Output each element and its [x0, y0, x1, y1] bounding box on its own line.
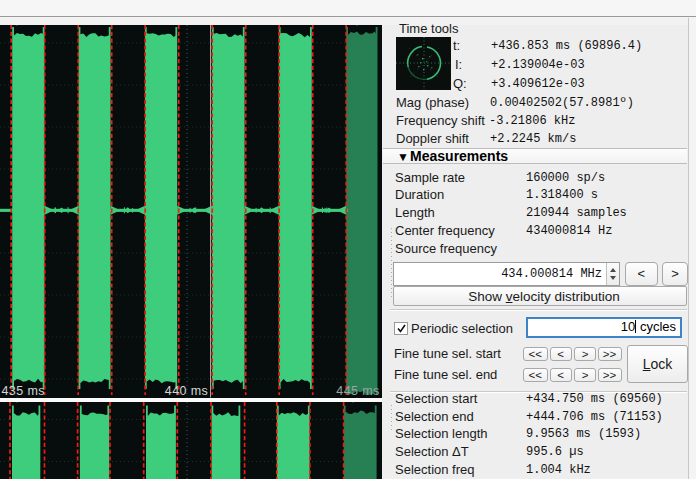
svg-text:445 ms: 445 ms [336, 384, 379, 398]
svg-text:435 ms: 435 ms [2, 384, 45, 398]
svg-text:440 ms: 440 ms [165, 384, 208, 398]
